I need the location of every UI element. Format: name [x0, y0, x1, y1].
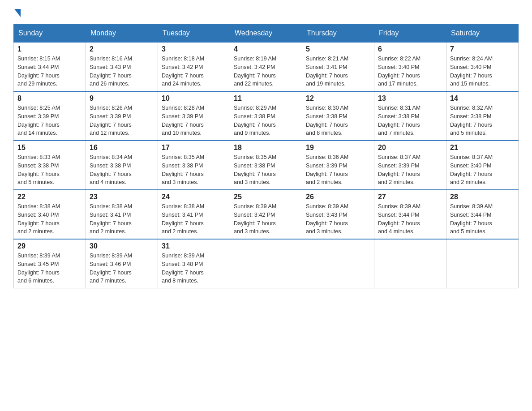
- day-cell-11: 11Sunrise: 8:29 AMSunset: 3:38 PMDayligh…: [230, 91, 302, 141]
- day-info: Sunrise: 8:35 AMSunset: 3:38 PMDaylight:…: [162, 153, 226, 187]
- day-number: 16: [90, 144, 154, 152]
- day-cell-21: 21Sunrise: 8:37 AMSunset: 3:40 PMDayligh…: [446, 141, 519, 190]
- day-header-wednesday: Wednesday: [230, 25, 302, 43]
- day-number: 13: [378, 94, 442, 103]
- day-number: 30: [90, 242, 154, 250]
- day-cell-17: 17Sunrise: 8:35 AMSunset: 3:38 PMDayligh…: [158, 141, 230, 190]
- day-info: Sunrise: 8:15 AMSunset: 3:44 PMDaylight:…: [17, 55, 82, 88]
- day-info: Sunrise: 8:29 AMSunset: 3:38 PMDaylight:…: [234, 104, 298, 137]
- day-info: Sunrise: 8:39 AMSunset: 3:45 PMDaylight:…: [17, 252, 82, 285]
- day-info: Sunrise: 8:39 AMSunset: 3:48 PMDaylight:…: [162, 252, 226, 285]
- day-info: Sunrise: 8:30 AMSunset: 3:38 PMDaylight:…: [306, 104, 370, 137]
- week-row-1: 1Sunrise: 8:15 AMSunset: 3:44 PMDaylight…: [14, 42, 519, 91]
- day-number: 29: [17, 242, 82, 250]
- day-info: Sunrise: 8:39 AMSunset: 3:42 PMDaylight:…: [234, 202, 298, 236]
- day-cell-23: 23Sunrise: 8:38 AMSunset: 3:41 PMDayligh…: [86, 190, 158, 239]
- day-info: Sunrise: 8:37 AMSunset: 3:40 PMDaylight:…: [450, 153, 515, 187]
- day-number: 1: [17, 45, 82, 53]
- day-number: 17: [162, 144, 226, 152]
- day-header-thursday: Thursday: [302, 25, 374, 43]
- day-cell-12: 12Sunrise: 8:30 AMSunset: 3:38 PMDayligh…: [302, 91, 374, 141]
- day-number: 31: [162, 242, 226, 250]
- day-info: Sunrise: 8:36 AMSunset: 3:39 PMDaylight:…: [306, 153, 370, 187]
- day-cell-26: 26Sunrise: 8:39 AMSunset: 3:43 PMDayligh…: [302, 190, 374, 239]
- day-number: 3: [162, 45, 226, 53]
- day-number: 9: [90, 94, 154, 103]
- day-info: Sunrise: 8:39 AMSunset: 3:43 PMDaylight:…: [306, 202, 370, 236]
- empty-cell: [230, 239, 302, 288]
- day-cell-8: 8Sunrise: 8:25 AMSunset: 3:39 PMDaylight…: [14, 91, 86, 141]
- logo: [13, 9, 21, 15]
- day-info: Sunrise: 8:39 AMSunset: 3:46 PMDaylight:…: [90, 252, 154, 285]
- day-number: 12: [306, 94, 370, 103]
- week-row-3: 15Sunrise: 8:33 AMSunset: 3:38 PMDayligh…: [14, 141, 519, 190]
- day-header-friday: Friday: [374, 25, 446, 43]
- day-cell-1: 1Sunrise: 8:15 AMSunset: 3:44 PMDaylight…: [14, 42, 86, 91]
- page-header: [13, 9, 519, 15]
- day-info: Sunrise: 8:26 AMSunset: 3:39 PMDaylight:…: [90, 104, 154, 137]
- day-info: Sunrise: 8:16 AMSunset: 3:43 PMDaylight:…: [90, 55, 154, 88]
- empty-cell: [446, 239, 519, 288]
- day-number: 8: [17, 94, 82, 103]
- day-number: 6: [378, 45, 442, 53]
- day-cell-5: 5Sunrise: 8:21 AMSunset: 3:41 PMDaylight…: [302, 42, 374, 91]
- day-info: Sunrise: 8:35 AMSunset: 3:38 PMDaylight:…: [234, 153, 298, 187]
- day-info: Sunrise: 8:38 AMSunset: 3:41 PMDaylight:…: [90, 202, 154, 236]
- day-cell-29: 29Sunrise: 8:39 AMSunset: 3:45 PMDayligh…: [14, 239, 86, 288]
- day-header-sunday: Sunday: [14, 25, 86, 43]
- day-cell-15: 15Sunrise: 8:33 AMSunset: 3:38 PMDayligh…: [14, 141, 86, 190]
- day-number: 19: [306, 144, 370, 152]
- empty-cell: [302, 239, 374, 288]
- logo-arrow-icon: [14, 9, 21, 17]
- day-cell-24: 24Sunrise: 8:38 AMSunset: 3:41 PMDayligh…: [158, 190, 230, 239]
- day-number: 15: [17, 144, 82, 152]
- day-number: 20: [378, 144, 442, 152]
- day-number: 23: [90, 193, 154, 201]
- day-cell-25: 25Sunrise: 8:39 AMSunset: 3:42 PMDayligh…: [230, 190, 302, 239]
- day-info: Sunrise: 8:24 AMSunset: 3:40 PMDaylight:…: [450, 55, 515, 88]
- day-cell-14: 14Sunrise: 8:32 AMSunset: 3:38 PMDayligh…: [446, 91, 519, 141]
- day-number: 24: [162, 193, 226, 201]
- day-header-saturday: Saturday: [446, 25, 519, 43]
- day-info: Sunrise: 8:21 AMSunset: 3:41 PMDaylight:…: [306, 55, 370, 88]
- day-cell-7: 7Sunrise: 8:24 AMSunset: 3:40 PMDaylight…: [446, 42, 519, 91]
- day-cell-20: 20Sunrise: 8:37 AMSunset: 3:39 PMDayligh…: [374, 141, 446, 190]
- day-number: 28: [450, 193, 515, 201]
- day-cell-4: 4Sunrise: 8:19 AMSunset: 3:42 PMDaylight…: [230, 42, 302, 91]
- day-cell-2: 2Sunrise: 8:16 AMSunset: 3:43 PMDaylight…: [86, 42, 158, 91]
- week-row-4: 22Sunrise: 8:38 AMSunset: 3:40 PMDayligh…: [14, 190, 519, 239]
- day-cell-28: 28Sunrise: 8:39 AMSunset: 3:44 PMDayligh…: [446, 190, 519, 239]
- day-number: 18: [234, 144, 298, 152]
- day-info: Sunrise: 8:37 AMSunset: 3:39 PMDaylight:…: [378, 153, 442, 187]
- day-info: Sunrise: 8:28 AMSunset: 3:39 PMDaylight:…: [162, 104, 226, 137]
- day-number: 27: [378, 193, 442, 201]
- day-cell-9: 9Sunrise: 8:26 AMSunset: 3:39 PMDaylight…: [86, 91, 158, 141]
- day-number: 26: [306, 193, 370, 201]
- day-info: Sunrise: 8:38 AMSunset: 3:41 PMDaylight:…: [162, 202, 226, 236]
- day-info: Sunrise: 8:39 AMSunset: 3:44 PMDaylight:…: [378, 202, 442, 236]
- day-cell-19: 19Sunrise: 8:36 AMSunset: 3:39 PMDayligh…: [302, 141, 374, 190]
- day-number: 21: [450, 144, 515, 152]
- day-number: 10: [162, 94, 226, 103]
- day-info: Sunrise: 8:32 AMSunset: 3:38 PMDaylight:…: [450, 104, 515, 137]
- day-cell-30: 30Sunrise: 8:39 AMSunset: 3:46 PMDayligh…: [86, 239, 158, 288]
- day-cell-16: 16Sunrise: 8:34 AMSunset: 3:38 PMDayligh…: [86, 141, 158, 190]
- day-cell-13: 13Sunrise: 8:31 AMSunset: 3:38 PMDayligh…: [374, 91, 446, 141]
- day-header-monday: Monday: [86, 25, 158, 43]
- day-header-tuesday: Tuesday: [158, 25, 230, 43]
- day-cell-27: 27Sunrise: 8:39 AMSunset: 3:44 PMDayligh…: [374, 190, 446, 239]
- week-row-2: 8Sunrise: 8:25 AMSunset: 3:39 PMDaylight…: [14, 91, 519, 141]
- day-number: 22: [17, 193, 82, 201]
- day-info: Sunrise: 8:18 AMSunset: 3:42 PMDaylight:…: [162, 55, 226, 88]
- day-number: 14: [450, 94, 515, 103]
- day-headers-row: SundayMondayTuesdayWednesdayThursdayFrid…: [14, 25, 519, 43]
- day-number: 7: [450, 45, 515, 53]
- week-row-5: 29Sunrise: 8:39 AMSunset: 3:45 PMDayligh…: [14, 239, 519, 288]
- day-cell-22: 22Sunrise: 8:38 AMSunset: 3:40 PMDayligh…: [14, 190, 86, 239]
- day-cell-31: 31Sunrise: 8:39 AMSunset: 3:48 PMDayligh…: [158, 239, 230, 288]
- day-info: Sunrise: 8:22 AMSunset: 3:40 PMDaylight:…: [378, 55, 442, 88]
- empty-cell: [374, 239, 446, 288]
- day-number: 5: [306, 45, 370, 53]
- day-info: Sunrise: 8:25 AMSunset: 3:39 PMDaylight:…: [17, 104, 82, 137]
- day-info: Sunrise: 8:34 AMSunset: 3:38 PMDaylight:…: [90, 153, 154, 187]
